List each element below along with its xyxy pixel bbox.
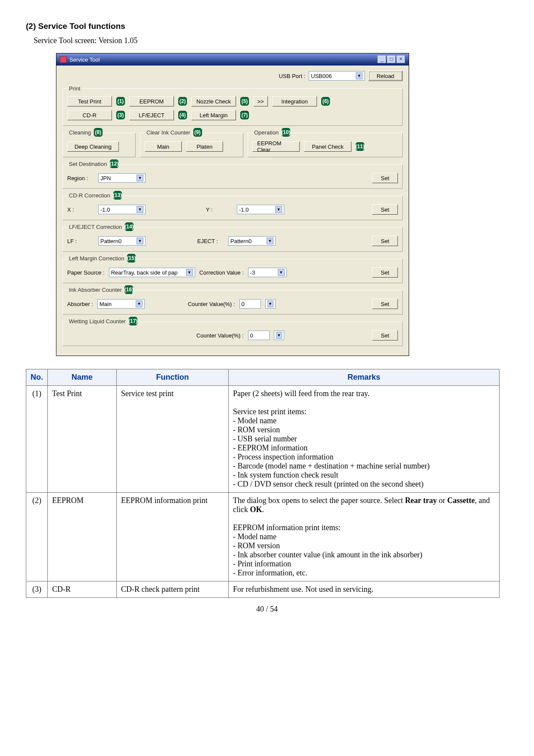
reload-button[interactable]: Reload <box>368 71 403 81</box>
lmc-legend: Left Margin Correction (15) <box>67 254 137 263</box>
wet-counter-input[interactable] <box>248 331 270 340</box>
callout-7: (7) <box>240 111 249 119</box>
eeprom-button[interactable]: EEPROM <box>129 96 174 106</box>
integration-button[interactable]: Integration <box>272 96 317 106</box>
clear-ink-legend-text: Clear Ink Counter <box>146 129 190 136</box>
callout-12: (12) <box>110 159 118 168</box>
region-value: JPN <box>100 175 111 181</box>
chevron-down-icon: ▼ <box>267 237 273 244</box>
callout-6: (6) <box>321 97 330 106</box>
absorber-select[interactable]: Main ▼ <box>97 299 145 309</box>
minimize-icon[interactable]: _ <box>378 56 386 63</box>
absorber-value: Main <box>99 301 112 307</box>
nozzle-check-button[interactable]: Nozzle Check <box>191 96 236 106</box>
chevron-down-icon: ▼ <box>356 72 363 79</box>
maximize-icon[interactable]: □ <box>387 56 396 63</box>
chevron-down-icon: ▼ <box>276 332 282 339</box>
region-label: Region : <box>67 175 94 181</box>
cell-name: CD-R <box>48 581 117 598</box>
set-destination-set-button[interactable]: Set <box>372 173 398 183</box>
platen-button[interactable]: Platen <box>186 141 223 152</box>
window-title: Service Tool <box>69 56 100 63</box>
x-value: -1.0 <box>100 206 110 213</box>
wet-counter-label: Counter Value(%) : <box>196 332 244 339</box>
callout-2: (2) <box>178 97 187 106</box>
left-margin-correction-group: Left Margin Correction (15) Paper Source… <box>62 254 403 283</box>
cell-remarks: The dialog box opens to select the paper… <box>229 493 500 581</box>
cell-function: CD-R check pattern print <box>117 581 229 598</box>
chevron-down-icon: ▼ <box>278 269 285 276</box>
y-value: -1.0 <box>239 206 248 213</box>
callout-15: (15) <box>127 254 136 262</box>
cell-remarks: For refurbishment use. Not used in servi… <box>229 581 500 598</box>
y-select[interactable]: -1.0 ▼ <box>237 205 284 214</box>
set-destination-legend: Set Destination (12) <box>67 160 120 169</box>
x-select[interactable]: -1.0 ▼ <box>98 205 146 214</box>
correction-value-label: Correction Value : <box>199 269 244 276</box>
functions-table: No. Name Function Remarks (1)Test PrintS… <box>26 369 500 598</box>
cell-function: EEPROM information print <box>117 493 229 581</box>
usb-port-select[interactable]: USB006 ▼ <box>309 71 365 81</box>
paper-source-label: Paper Source : <box>67 269 105 276</box>
absorber-label: Absorber : <box>67 301 93 307</box>
ink-absorber-legend: Ink Absorber Counter (16) <box>67 286 135 294</box>
eeprom-clear-button[interactable]: EEPROM Clear <box>252 141 300 152</box>
left-margin-button[interactable]: Left Margin <box>191 110 236 120</box>
usb-port-label: USB Port : <box>279 73 305 79</box>
panel-check-button[interactable]: Panel Check <box>304 141 351 152</box>
set-destination-group: Set Destination (12) Region : JPN ▼ Set <box>62 160 403 189</box>
subheading: Service Tool screen: Version 1.05 <box>34 36 508 45</box>
callout-17: (17) <box>129 317 137 325</box>
cell-name: Test Print <box>48 386 117 493</box>
usb-port-value: USB006 <box>311 73 332 79</box>
y-label: Y : <box>206 206 233 213</box>
cleaning-legend: Cleaning (8) <box>67 128 104 137</box>
callout-3: (3) <box>116 111 125 119</box>
table-row: (3)CD-RCD-R check pattern printFor refur… <box>26 581 500 598</box>
operation-group: Operation (10) EEPROM Clear Panel Check … <box>248 128 403 157</box>
arrows-button[interactable]: >> <box>253 96 268 106</box>
cell-name: EEPROM <box>48 493 117 581</box>
lf-label: LF : <box>67 238 94 244</box>
chevron-down-icon: ▼ <box>137 206 143 213</box>
cdr-set-button[interactable]: Set <box>372 204 398 215</box>
close-icon[interactable]: × <box>397 56 405 63</box>
callout-5: (5) <box>240 97 249 106</box>
cdr-correction-legend: CD-R Correction (13) <box>67 191 124 200</box>
cell-remarks: Paper (2 sheets) will feed from the rear… <box>229 386 500 493</box>
cdr-correction-group: CD-R Correction (13) X : -1.0 ▼ Y : -1.0… <box>62 191 403 220</box>
lfeject-correction-group: LF/EJECT Correction (14) LF : Pattern0 ▼… <box>62 223 403 252</box>
eject-select[interactable]: Pattern0 ▼ <box>228 236 276 246</box>
ink-set-button[interactable]: Set <box>372 299 398 309</box>
callout-8: (8) <box>94 128 102 137</box>
col-no: No. <box>26 369 48 386</box>
test-print-button[interactable]: Test Print <box>67 96 112 106</box>
chevron-down-icon: ▼ <box>137 175 143 181</box>
ink-counter-label: Counter Value(%) : <box>188 301 235 307</box>
col-function: Function <box>117 369 229 386</box>
main-button[interactable]: Main <box>145 141 182 152</box>
chevron-down-icon: ▼ <box>275 206 282 213</box>
correction-value: -3 <box>250 269 255 276</box>
callout-4: (4) <box>178 111 187 119</box>
chevron-down-icon: ▼ <box>136 300 143 307</box>
correction-value-select[interactable]: -3 ▼ <box>248 268 287 277</box>
paper-source-select[interactable]: RearTray, back side of pap ▼ <box>109 268 195 277</box>
lfeject-correction-legend: LF/EJECT Correction (14) <box>67 223 135 231</box>
cdr-button[interactable]: CD-R <box>67 110 112 120</box>
ink-counter-input[interactable] <box>239 299 261 309</box>
chevron-down-icon: ▼ <box>267 300 273 307</box>
ink-counter-dd[interactable]: ▼ <box>265 299 276 309</box>
lfeject-button[interactable]: LF/EJECT <box>129 110 174 120</box>
eject-label: EJECT : <box>197 238 224 244</box>
callout-16: (16) <box>124 285 133 294</box>
wet-set-button[interactable]: Set <box>372 330 398 341</box>
region-select[interactable]: JPN ▼ <box>98 173 146 183</box>
wet-counter-dd[interactable]: ▼ <box>274 331 284 340</box>
lmc-set-button[interactable]: Set <box>372 267 398 278</box>
cell-no: (1) <box>26 386 48 493</box>
deep-cleaning-button[interactable]: Deep Cleaning <box>67 141 119 152</box>
lfeject-correction-text: LF/EJECT Correction <box>69 224 122 230</box>
lfe-set-button[interactable]: Set <box>372 236 398 246</box>
lf-select[interactable]: Pattern0 ▼ <box>98 236 146 246</box>
